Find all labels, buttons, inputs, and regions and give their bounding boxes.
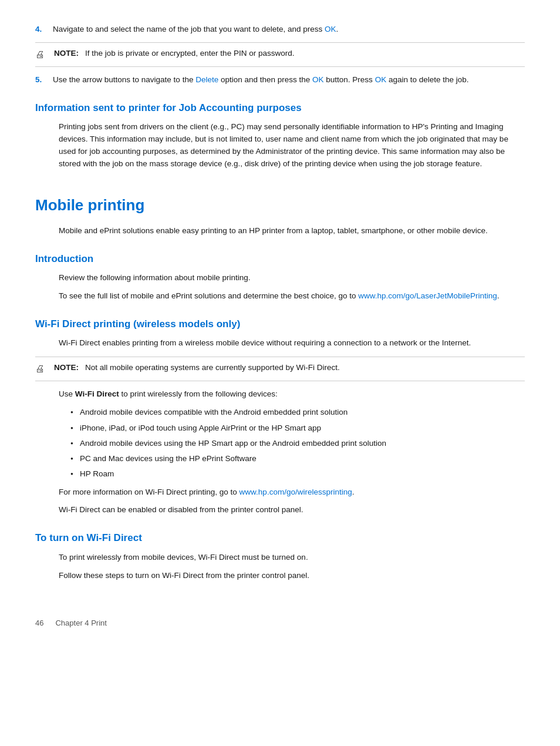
- bullet-item-5: HP Roam: [70, 468, 525, 480]
- wifi-direct-para2: Use Wi-Fi Direct to print wirelessly fro…: [59, 388, 525, 401]
- step-5-text4: again to delete the job.: [386, 75, 468, 84]
- introduction-para1: Review the following information about m…: [59, 272, 525, 284]
- note-text-2: Not all mobile operating systems are cur…: [85, 362, 340, 374]
- chapter-mobile-printing-intro: Mobile and ePrint solutions enable easy …: [59, 225, 525, 237]
- wifi-direct-para4: Wi-Fi Direct can be enabled or disabled …: [59, 504, 525, 516]
- bullet-item-2: iPhone, iPad, or iPod touch using Apple …: [70, 422, 525, 434]
- step-4-end: .: [336, 25, 339, 33]
- intro-para2-suffix: .: [497, 291, 500, 300]
- wifi-para2-prefix: Use: [59, 389, 75, 398]
- wifi-direct-heading: Wi-Fi Direct printing (wireless models o…: [35, 317, 525, 332]
- step-4-number: 4.: [35, 23, 53, 35]
- wifi-para2-suffix: to print wirelessly from the following d…: [119, 389, 278, 398]
- intro-para2-prefix: To see the full list of mobile and ePrin…: [59, 291, 358, 300]
- note-label-2: NOTE:: [54, 362, 80, 374]
- note-icon-1: 🖨: [35, 48, 49, 62]
- wifi-para3-suffix: .: [352, 488, 355, 496]
- turn-on-wifi-para1: To print wirelessly from mobile devices,…: [59, 552, 525, 564]
- step-5-text1: Use the arrow buttons to navigate to the: [53, 75, 195, 84]
- intro-para2-link[interactable]: www.hp.com/go/LaserJetMobilePrinting: [358, 291, 497, 300]
- note-box-1: 🖨 NOTE: If the job is private or encrypt…: [35, 42, 525, 67]
- wifi-para2-bold: Wi-Fi Direct: [75, 389, 119, 398]
- note-box-2: 🖨 NOTE: Not all mobile operating systems…: [35, 357, 525, 381]
- bullet-item-1: Android mobile devices compatible with t…: [70, 406, 525, 418]
- wifi-direct-para1: Wi-Fi Direct enables printing from a wir…: [59, 337, 525, 350]
- step-4-content: Navigate to and select the name of the j…: [53, 23, 525, 35]
- step-4: 4. Navigate to and select the name of th…: [35, 23, 525, 35]
- wifi-direct-para3: For more information on Wi-Fi Direct pri…: [59, 486, 525, 499]
- section-job-accounting-heading: Information sent to printer for Job Acco…: [35, 100, 525, 116]
- note-label-1: NOTE:: [54, 48, 80, 59]
- section-job-accounting-body: Printing jobs sent from drivers on the c…: [59, 121, 525, 170]
- step-5-text3: button. Press: [324, 75, 375, 84]
- bullet-item-4: PC and Mac devices using the HP ePrint S…: [70, 453, 525, 465]
- wifi-para3-link[interactable]: www.hp.com/go/wirelessprinting: [239, 488, 352, 496]
- step-5-content: Use the arrow buttons to navigate to the…: [53, 74, 525, 86]
- step-5-number: 5.: [35, 74, 53, 86]
- note-text-1: If the job is private or encrypted, ente…: [85, 48, 294, 59]
- turn-on-wifi-heading: To turn on Wi-Fi Direct: [35, 530, 525, 546]
- footer-chapter: Chapter 4 Print: [55, 617, 106, 629]
- step-5-ok1: OK: [312, 75, 324, 84]
- wifi-direct-bullets: Android mobile devices compatible with t…: [70, 406, 525, 480]
- step-5-ok2: OK: [375, 75, 387, 84]
- step-5-delete-link[interactable]: Delete: [195, 75, 218, 84]
- introduction-para2: To see the full list of mobile and ePrin…: [59, 290, 525, 303]
- turn-on-wifi-para2: Follow these steps to turn on Wi-Fi Dire…: [59, 570, 525, 582]
- chapter-mobile-printing-heading: Mobile printing: [35, 194, 525, 217]
- step-4-ok: OK: [325, 25, 336, 33]
- bullet-item-3: Android mobile devices using the HP Smar…: [70, 438, 525, 449]
- step-4-text: Navigate to and select the name of the j…: [53, 25, 325, 33]
- footer-page-number: 46: [35, 617, 43, 629]
- page-footer: 46 Chapter 4 Print: [35, 617, 525, 629]
- introduction-heading: Introduction: [35, 251, 525, 267]
- step-5: 5. Use the arrow buttons to navigate to …: [35, 74, 525, 86]
- note-icon-2: 🖨: [35, 362, 49, 376]
- wifi-para3-prefix: For more information on Wi-Fi Direct pri…: [59, 488, 239, 496]
- step-5-text2: option and then press the: [218, 75, 312, 84]
